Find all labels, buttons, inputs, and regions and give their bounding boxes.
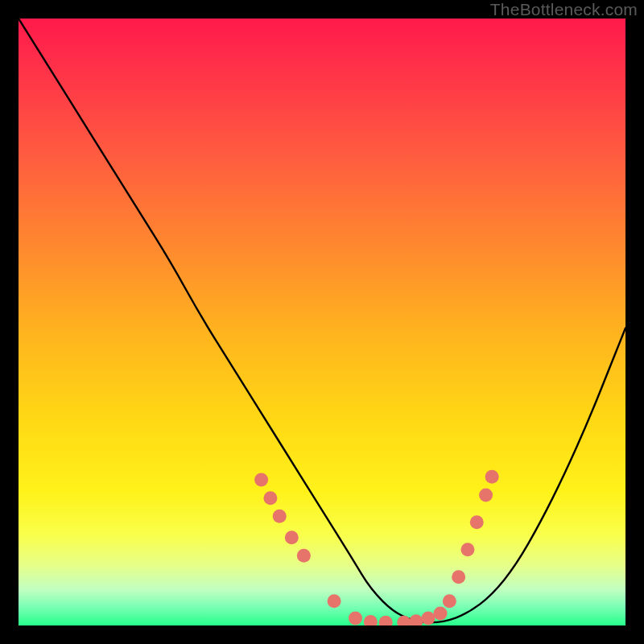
data-marker (479, 488, 493, 502)
data-marker (379, 616, 393, 625)
data-marker (285, 530, 299, 544)
data-marker (409, 614, 423, 625)
data-marker (349, 611, 362, 625)
data-marker (434, 606, 448, 620)
data-marker (254, 473, 268, 487)
data-marker (443, 594, 456, 608)
data-marker (364, 615, 378, 625)
data-marker (397, 616, 411, 625)
data-marker (328, 594, 341, 608)
data-marker (263, 491, 277, 505)
watermark-text: TheBottleneck.com (490, 0, 638, 19)
data-marker (297, 549, 311, 563)
chart-frame (19, 19, 625, 625)
data-marker (273, 510, 287, 523)
data-marker (452, 570, 465, 584)
data-marker (460, 543, 474, 556)
data-marker (421, 611, 435, 625)
data-marker (470, 515, 484, 529)
chart-svg (19, 19, 625, 625)
marker-group (254, 470, 499, 625)
bottleneck-curve-path (19, 19, 625, 622)
data-marker (485, 470, 499, 484)
